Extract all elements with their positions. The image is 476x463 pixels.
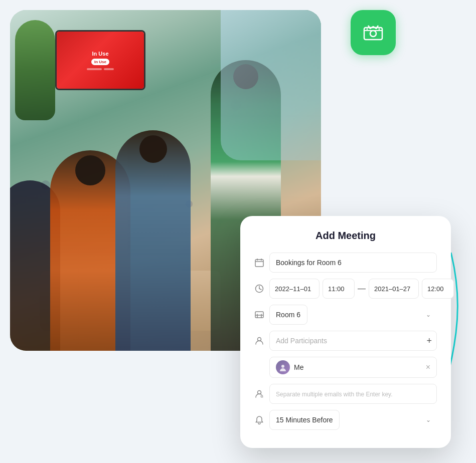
add-meeting-modal: Add Meeting [240,216,451,448]
email-row [254,384,437,404]
reminder-chevron-icon: ⌄ [426,416,431,423]
participant-chip: Me × [269,357,437,378]
end-time-input[interactable] [422,279,454,299]
calendar-icon [254,258,264,268]
svg-line-11 [259,289,261,290]
dash-separator: — [358,284,366,293]
reminder-row: 15 Minutes Before ⌄ [254,410,437,430]
participant-name: Me [294,363,422,371]
svg-rect-12 [255,312,263,318]
room-icon [254,310,264,320]
person-blue [115,130,191,351]
end-date-input[interactable] [369,279,419,299]
clock-icon [254,284,264,294]
add-participants-row: + [254,331,437,351]
window-light [221,10,321,160]
room-row: Room 6 ⌄ [254,305,437,325]
participants-input-wrap: + [269,331,437,351]
wall-screen: In Use In Use [55,30,145,90]
datetime-row: — [254,279,437,299]
svg-point-1 [370,31,376,37]
participant-avatar [276,360,290,374]
email-input[interactable] [269,384,437,404]
person-icon [254,336,264,346]
screen-badge: In Use [91,59,109,65]
svg-point-4 [379,29,380,30]
room-chevron-icon: ⌄ [426,311,431,318]
meeting-icon [360,20,386,46]
svg-point-15 [281,365,284,368]
remove-participant-button[interactable]: × [426,363,430,372]
modal-title: Add Meeting [254,230,437,242]
booking-title-row [254,253,437,273]
email-icon [254,389,264,399]
svg-rect-5 [255,260,263,267]
svg-point-3 [367,29,368,30]
screen-status: In Use [92,51,108,57]
start-time-input[interactable] [323,279,355,299]
date-time-inputs: — [269,279,454,299]
room-select-wrapper: Room 6 ⌄ [269,305,437,325]
bell-icon [254,415,264,425]
app-icon-badge [351,10,396,55]
plant-decoration [15,20,55,120]
add-participant-button[interactable]: + [426,336,432,346]
booking-title-input[interactable] [269,253,437,273]
participant-chip-row: Me × [254,357,437,378]
room-select[interactable]: Room 6 [269,305,307,325]
start-date-input[interactable] [269,279,320,299]
participants-input[interactable] [269,331,437,351]
scene: In Use In Use [0,0,476,463]
reminder-select-wrapper: 15 Minutes Before ⌄ [269,410,437,430]
reminder-select[interactable]: 15 Minutes Before [269,410,340,430]
